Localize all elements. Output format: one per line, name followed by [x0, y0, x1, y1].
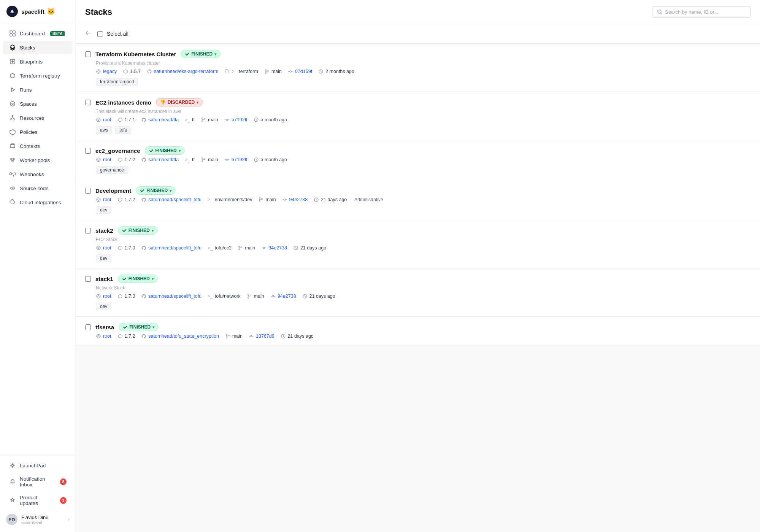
branch-icon-6 [225, 333, 230, 339]
user-profile-item[interactable]: FD Flavius Dinu saturnhead › [0, 510, 76, 529]
sidebar-item-label-cloud-integrations: Cloud integrations [20, 200, 61, 205]
stack-name-3[interactable]: Development [95, 187, 131, 194]
tag-1-0[interactable]: aws [96, 126, 112, 134]
repo-link-3[interactable]: saturnhead/spacelift_tofu [148, 197, 202, 202]
repo-link-1[interactable]: saturnhead/tfa [148, 117, 179, 122]
commit-link-1[interactable]: b7192ff [232, 117, 247, 122]
tf-version-icon-0 [123, 69, 128, 74]
stack-checkbox-2[interactable] [85, 148, 91, 154]
branch-icon-3 [258, 197, 263, 202]
status-text-1: DISCARDED [168, 100, 195, 105]
stack-checkbox-1[interactable] [85, 100, 91, 105]
tag-5-0[interactable]: dev [96, 303, 111, 310]
sidebar-item-stacks[interactable]: Stacks [3, 41, 73, 54]
space-link-5[interactable]: root [103, 294, 111, 299]
sidebar-item-label-product-updates: Product updates [20, 495, 56, 506]
runner-icon-0 [224, 69, 230, 74]
tag-3-0[interactable]: dev [96, 206, 111, 214]
stack-meta-5: root 1.7.0 saturnhead/spacelift_tofu >_ … [96, 294, 751, 299]
tag-2-0[interactable]: governance [96, 166, 128, 174]
time-6: 21 days ago [281, 333, 314, 339]
sidebar-item-policies[interactable]: Policies [3, 125, 73, 139]
user-name: Flavius Dinu [21, 515, 64, 520]
space-link-4[interactable]: root [103, 245, 111, 251]
sidebar-item-terraform-registry[interactable]: Terraform registry [3, 69, 73, 83]
status-badge-0[interactable]: FINISHED ▾ [181, 50, 221, 58]
sidebar-item-product-updates[interactable]: Product updates 1 [3, 491, 73, 510]
stack-name-1[interactable]: EC2 instances demo [95, 99, 151, 106]
status-badge-2[interactable]: FINISHED ▾ [145, 146, 185, 155]
svg-point-25 [98, 119, 99, 121]
commit-icon-0 [288, 69, 293, 74]
space-link-0[interactable]: legacy [103, 69, 117, 74]
notification-inbox-icon [9, 478, 16, 485]
sidebar-item-source-code[interactable]: Source code [3, 181, 73, 195]
sidebar-item-runs[interactable]: Runs [3, 83, 73, 97]
stack-checkbox-3[interactable] [85, 188, 91, 194]
stack-name-6[interactable]: tfsersa [95, 324, 114, 330]
clock-icon-5 [302, 294, 308, 299]
repo-link-5[interactable]: saturnhead/spacelift_tofu [148, 294, 202, 299]
status-badge-1[interactable]: 👎 DISCARDED ▾ [156, 98, 203, 106]
sidebar-item-dashboard[interactable]: Dashboard BETA [3, 27, 73, 40]
sidebar-item-worker-pools[interactable]: Worker pools [3, 153, 73, 167]
sidebar-item-notification-inbox[interactable]: Notification Inbox 8 [3, 473, 73, 491]
stack-header-6: tfsersa FINISHED ▾ [85, 323, 751, 331]
stack-meta-1: root 1.7.1 saturnhead/tfa >_ tf main [96, 117, 751, 122]
sidebar-item-label-blueprints: Blueprints [20, 59, 43, 65]
space-icon-1 [96, 117, 101, 122]
commit-link-3[interactable]: 94e2738 [289, 197, 308, 202]
sidebar-item-resources[interactable]: Resources [3, 111, 73, 125]
svg-point-50 [248, 294, 249, 295]
stack-name-4[interactable]: stack2 [95, 227, 113, 234]
svg-point-34 [204, 159, 205, 160]
stack-name-2[interactable]: ec2_governance [95, 148, 140, 154]
repo-link-2[interactable]: saturnhead/tfa [148, 157, 179, 162]
repo-link-4[interactable]: saturnhead/spacelift_tofu [148, 245, 202, 251]
stack-checkbox-6[interactable] [85, 324, 91, 330]
sidebar-item-spaces[interactable]: Spaces [3, 97, 73, 111]
repo-link-6[interactable]: saturnhead/tofu_state_encryption [148, 333, 219, 339]
stack-checkbox-0[interactable] [85, 51, 91, 57]
status-badge-3[interactable]: FINISHED ▾ [136, 186, 176, 195]
collapse-sidebar-button[interactable] [85, 30, 92, 38]
status-badge-5[interactable]: FINISHED ▾ [118, 275, 158, 283]
space-link-6[interactable]: root [103, 333, 111, 339]
sidebar-item-cloud-integrations[interactable]: Cloud integrations [3, 195, 73, 209]
sidebar-item-blueprints[interactable]: Blueprints [3, 55, 73, 68]
stack-checkbox-5[interactable] [85, 276, 91, 282]
branch-text-3: main [265, 197, 276, 202]
select-all-checkbox[interactable] [97, 31, 103, 37]
runner-prompt-3: >_ [208, 197, 213, 202]
stack-name-5[interactable]: stack1 [95, 276, 113, 282]
space-link-2[interactable]: root [103, 157, 111, 162]
tag-1-1[interactable]: tofu [115, 126, 131, 134]
svg-point-30 [97, 158, 100, 162]
stack-checkbox-4[interactable] [85, 228, 91, 233]
space-link-3[interactable]: root [103, 197, 111, 202]
status-badge-4[interactable]: FINISHED ▾ [118, 226, 158, 235]
commit-link-2[interactable]: b7192ff [232, 157, 247, 162]
svg-rect-5 [13, 34, 15, 36]
commit-link-0[interactable]: 07d159f [295, 69, 312, 74]
user-info: Flavius Dinu saturnhead [21, 515, 64, 525]
stack-meta-4: root 1.7.0 saturnhead/spacelift_tofu >_ … [96, 245, 751, 251]
search-box[interactable]: Search by name, ID or... [652, 6, 751, 18]
commit-link-5[interactable]: 94e2738 [278, 294, 296, 299]
branch-6: main [225, 333, 243, 339]
commit-link-4[interactable]: 94e2738 [268, 245, 287, 251]
status-badge-6[interactable]: FINISHED ▾ [119, 323, 159, 331]
space-link-1[interactable]: root [103, 117, 111, 122]
status-text-5: FINISHED [129, 276, 150, 281]
sidebar-item-webhooks[interactable]: Webhooks [3, 167, 73, 181]
stack-name-0[interactable]: Terraform Kubernetes Cluster [95, 51, 176, 57]
sidebar-item-launchpad[interactable]: LaunchPad [3, 459, 73, 472]
repo-link-0[interactable]: saturnhead/eks-argo-terraform [154, 69, 219, 74]
logo[interactable]: spacelift 🐱 [0, 0, 76, 23]
tag-4-0[interactable]: dev [96, 254, 111, 262]
commit-link-6[interactable]: 13767d9 [256, 333, 274, 339]
tag-0-0[interactable]: terraform-argocd [96, 78, 138, 86]
tf-version-text-6: 1.7.2 [125, 333, 135, 339]
svg-point-11 [14, 119, 15, 120]
sidebar-item-contexts[interactable]: Contexts [3, 139, 73, 153]
